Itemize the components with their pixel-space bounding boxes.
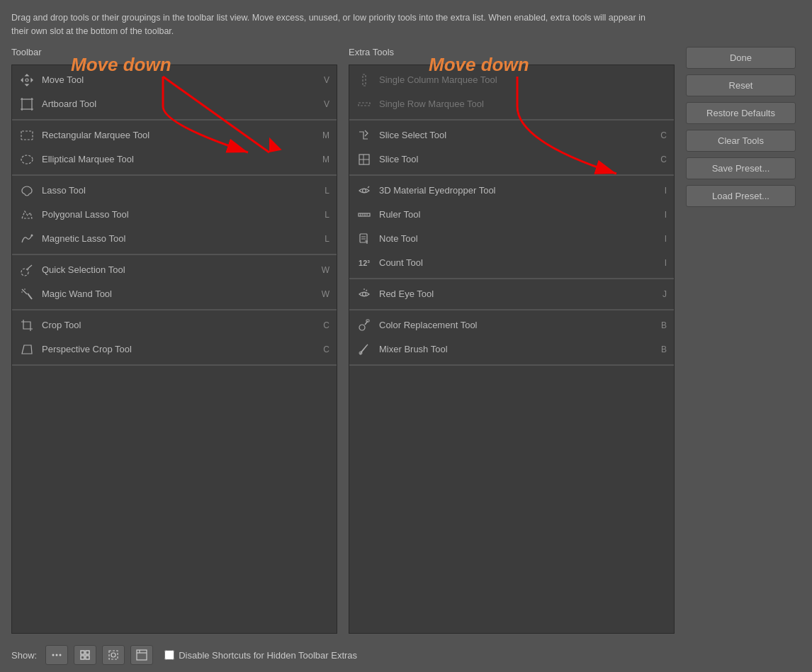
tool-count[interactable]: 12³ Count Tool I [349, 251, 674, 275]
done-button[interactable]: Done [686, 47, 796, 69]
quick-sel-name: Quick Selection Tool [42, 264, 316, 275]
tool-lasso[interactable]: Lasso Tool L [12, 179, 337, 203]
red-eye-icon [356, 286, 372, 302]
tool-crop[interactable]: Crop Tool C [12, 313, 337, 337]
ellip-marquee-icon [19, 152, 35, 167]
persp-crop-name: Perspective Crop Tool [42, 344, 317, 354]
svg-point-44 [60, 654, 62, 656]
artboard-tool-shortcut: V [324, 99, 329, 109]
svg-rect-22 [363, 74, 366, 86]
red-eye-name: Red Eye Tool [379, 289, 657, 299]
artboard-tool-name: Artboard Tool [42, 99, 318, 109]
single-row-name: Single Row Marquee Tool [379, 99, 667, 109]
tool-rect-marquee[interactable]: Rectangular Marquee Tool M [12, 123, 337, 147]
single-col-name: Single Column Marquee Tool [379, 74, 667, 85]
poly-lasso-icon [19, 207, 35, 223]
extra-group-brush: Color Replacement Tool B Mixer Brush Too… [349, 310, 674, 366]
show-label: Show: [11, 650, 37, 661]
tool-group-marquee: Rectangular Marquee Tool M Elliptical Ma… [12, 121, 337, 176]
crop-icon [19, 318, 35, 333]
disable-shortcuts-label: Disable Shortcuts for Hidden Toolbar Ext… [179, 650, 357, 661]
restore-defaults-button[interactable]: Restore Defaults [686, 102, 796, 124]
description-text: Drag and drop tools or their groupings i… [11, 11, 649, 38]
toolbar-list[interactable]: Move Tool V Artboard Tool V [11, 65, 337, 634]
disable-shortcuts-container: Disable Shortcuts for Hidden Toolbar Ext… [164, 650, 357, 661]
mixer-brush-shortcut: B [661, 345, 667, 354]
3d-eye-shortcut: I [665, 186, 667, 196]
tool-3d-eye[interactable]: 3D Material Eyedropper Tool I [349, 179, 674, 203]
show-panel-button[interactable] [130, 645, 153, 665]
disable-shortcuts-checkbox[interactable] [164, 650, 174, 660]
tool-quick-sel[interactable]: Quick Selection Tool W [12, 258, 337, 282]
crop-shortcut: C [323, 320, 329, 330]
tool-group-selection: Quick Selection Tool W Magic Wand Tool W [12, 255, 337, 310]
tool-group-move: Move Tool V Artboard Tool V [12, 65, 337, 121]
svg-line-20 [23, 290, 23, 291]
save-preset-button[interactable]: Save Preset... [686, 157, 796, 179]
rect-marquee-shortcut: M [322, 130, 329, 140]
tool-group-lasso: Lasso Tool L Polygonal Lasso Tool L [12, 176, 337, 255]
extra-tools-list[interactable]: Single Column Marquee Tool Single Row Ma… [349, 65, 675, 634]
reset-button[interactable]: Reset [686, 74, 796, 96]
quick-sel-shortcut: W [322, 265, 329, 275]
tool-note[interactable]: Note Tool I [349, 227, 674, 251]
tool-slice-sel[interactable]: Slice Select Tool C [349, 123, 674, 147]
tool-magic-wand[interactable]: Magic Wand Tool W [12, 282, 337, 306]
load-preset-button[interactable]: Load Preset... [686, 185, 796, 207]
show-grid-button[interactable] [74, 645, 96, 665]
magic-wand-icon [19, 286, 35, 302]
clear-tools-button[interactable]: Clear Tools [686, 130, 796, 152]
svg-line-38 [366, 290, 368, 291]
mag-lasso-icon [19, 231, 35, 247]
svg-line-16 [28, 293, 32, 299]
svg-rect-47 [81, 656, 84, 659]
tool-mixer-brush[interactable]: Mixer Brush Tool B [349, 337, 674, 362]
mixer-brush-name: Mixer Brush Tool [379, 344, 655, 354]
svg-point-12 [31, 234, 33, 236]
crop-name: Crop Tool [42, 320, 317, 330]
tool-color-replace[interactable]: Color Replacement Tool B [349, 313, 674, 337]
color-replace-name: Color Replacement Tool [379, 320, 655, 330]
svg-point-0 [26, 79, 28, 82]
tool-poly-lasso[interactable]: Polygonal Lasso Tool L [12, 203, 337, 227]
mag-lasso-shortcut: L [325, 234, 329, 244]
tool-single-col[interactable]: Single Column Marquee Tool [349, 68, 674, 92]
mag-lasso-name: Magnetic Lasso Tool [42, 233, 319, 244]
tool-ellip-marquee[interactable]: Elliptical Marquee Tool M [12, 147, 337, 172]
svg-rect-28 [359, 213, 370, 216]
ellip-marquee-name: Elliptical Marquee Tool [42, 154, 317, 164]
color-replace-shortcut: B [661, 320, 667, 330]
tool-mag-lasso[interactable]: Magnetic Lasso Tool L [12, 227, 337, 251]
tool-move[interactable]: Move Tool V [12, 68, 337, 92]
svg-rect-49 [109, 651, 118, 659]
count-icon: 12³ [356, 255, 372, 271]
tool-red-eye[interactable]: Red Eye Tool J [349, 282, 674, 306]
color-replace-icon [356, 318, 372, 333]
svg-point-36 [363, 292, 366, 296]
lasso-name: Lasso Tool [42, 185, 319, 196]
slice-sel-icon [356, 128, 372, 143]
magic-wand-shortcut: W [322, 289, 329, 299]
show-dots-button[interactable] [45, 645, 68, 665]
lasso-shortcut: L [325, 186, 329, 196]
tool-single-row[interactable]: Single Row Marquee Tool [349, 92, 674, 116]
single-col-icon [356, 72, 372, 88]
svg-point-27 [363, 189, 366, 192]
svg-rect-23 [359, 103, 370, 106]
extra-group-redeye: Red Eye Tool J [349, 279, 674, 310]
note-name: Note Tool [379, 233, 659, 244]
persp-crop-icon [19, 342, 35, 357]
poly-lasso-shortcut: L [325, 210, 329, 220]
tool-artboard[interactable]: Artboard Tool V [12, 92, 337, 116]
tool-slice[interactable]: Slice Tool C [349, 147, 674, 172]
tool-persp-crop[interactable]: Perspective Crop Tool C [12, 337, 337, 362]
slice-sel-shortcut: C [660, 130, 667, 140]
svg-point-15 [28, 268, 29, 269]
extra-group-slice: Slice Select Tool C Slice Tool C [349, 121, 674, 176]
svg-rect-10 [21, 131, 33, 140]
ruler-icon [356, 207, 372, 223]
move-tool-shortcut: V [324, 75, 329, 85]
tool-ruler[interactable]: Ruler Tool I [349, 203, 674, 227]
show-star-button[interactable] [102, 645, 125, 665]
move-icon [19, 72, 35, 88]
